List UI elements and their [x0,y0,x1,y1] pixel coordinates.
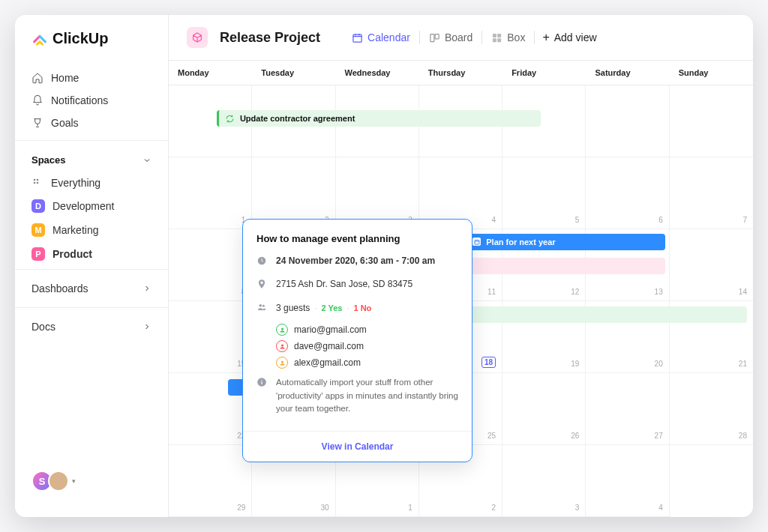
project-title: Release Project [220,30,320,46]
svg-point-1 [37,179,39,181]
svg-point-16 [262,304,265,306]
nav-goals-label: Goals [51,117,79,129]
spaces-header[interactable]: Spaces [15,144,168,172]
plus-icon: + [542,31,549,44]
spaces-label: Spaces [32,154,66,166]
avatar-photo [48,471,69,492]
space-everything[interactable]: Everything [15,172,168,194]
tab-box-label: Box [507,31,525,43]
day-header: Thursday [419,61,502,85]
svg-point-2 [34,182,36,184]
svg-rect-10 [497,38,501,42]
guest-email: alex@gmail.com [294,357,361,368]
event-label: Plan for next year [486,238,555,247]
guest-row: mario@gmail.com [276,324,458,336]
bell-icon [32,94,44,106]
menu-docs[interactable]: Docs [15,311,168,342]
svg-rect-21 [261,381,262,384]
svg-point-22 [261,380,262,381]
svg-rect-5 [430,34,434,41]
user-switcher[interactable]: S ▾ [15,471,168,502]
svg-rect-7 [493,33,496,37]
space-development[interactable]: D Development [15,194,168,218]
event-contractor[interactable]: Update contractor agreement [217,110,541,127]
svg-rect-4 [353,34,362,42]
caret-down-icon: ▾ [72,477,76,485]
day-header: Saturday [586,61,669,85]
guest-email: mario@gmail.com [294,324,367,335]
svg-point-19 [281,360,284,363]
board-icon [429,32,440,43]
guest-email: dave@gmail.com [294,341,364,351]
guest-avatar-icon [276,324,288,336]
space-badge: D [32,199,45,213]
tab-box[interactable]: Box [484,28,532,47]
info-icon [256,377,267,415]
svg-point-15 [260,304,262,307]
menu-dashboards[interactable]: Dashboards [15,273,168,304]
tab-board[interactable]: Board [422,28,480,47]
nav-notifications-label: Notifications [51,94,108,106]
guest-no: 1 No [353,303,371,314]
popover-description: Automatically import your stuff from oth… [276,376,458,415]
day-header: Monday [169,61,252,85]
chevron-right-icon [142,322,152,331]
project-icon [187,27,208,48]
guest-avatar-icon [276,357,288,369]
event-green[interactable] [466,306,747,323]
event-next-year[interactable]: Plan for next year [466,234,665,250]
svg-point-3 [37,182,39,184]
event-pink[interactable] [466,258,665,274]
tab-calendar[interactable]: Calendar [344,28,418,47]
space-badge: P [32,247,45,261]
chevron-down-icon [142,156,152,165]
refresh-icon [225,114,235,124]
svg-rect-8 [497,33,501,37]
nav-goals[interactable]: Goals [15,112,168,134]
popover-datetime: 24 November 2020, 6:30 am - 7:00 am [276,255,435,270]
people-icon [256,302,267,316]
add-view-label: Add view [554,31,597,43]
event-label: Update contractor agreement [240,114,355,123]
clock-icon [256,256,267,270]
svg-rect-12 [475,240,479,244]
calendar-icon [352,32,363,43]
space-badge: M [32,223,45,237]
menu-docs-label: Docs [32,321,56,333]
space-product[interactable]: P Product [15,242,168,266]
chevron-right-icon [142,284,152,293]
add-view-button[interactable]: + Add view [536,27,602,48]
location-icon [256,279,267,293]
nav-home-label: Home [51,72,79,84]
guest-count: 3 guests [276,302,310,315]
guest-row: alex@gmail.com [276,357,458,369]
svg-point-0 [34,179,36,181]
space-label: Product [52,248,92,260]
box-icon [491,32,502,43]
space-label: Marketing [52,224,98,236]
guest-avatar-icon [276,340,288,352]
calendar-small-icon [472,238,481,246]
guest-row: dave@gmail.com [276,340,458,352]
popover-title: How to manage event planning [256,233,458,244]
logo[interactable]: ClickUp [15,30,168,64]
view-in-calendar-button[interactable]: View in Calendar [243,431,472,462]
tab-board-label: Board [445,31,472,43]
grid-dots-icon [32,177,44,189]
nav-notifications[interactable]: Notifications [15,89,168,112]
svg-point-17 [281,327,284,330]
space-label: Development [52,200,115,212]
brand-name: ClickUp [52,30,108,47]
nav-home[interactable]: Home [15,67,168,89]
tab-calendar-label: Calendar [368,31,410,43]
space-everything-label: Everything [51,177,100,189]
day-header: Tuesday [252,61,335,85]
home-icon [32,72,44,84]
menu-dashboards-label: Dashboards [32,282,88,294]
svg-point-18 [281,344,284,346]
guest-yes: 2 Yes [321,303,342,314]
event-popover: How to manage event planning 24 November… [242,219,472,462]
svg-rect-9 [493,38,496,42]
space-marketing[interactable]: M Marketing [15,218,168,242]
trophy-icon [32,117,44,129]
